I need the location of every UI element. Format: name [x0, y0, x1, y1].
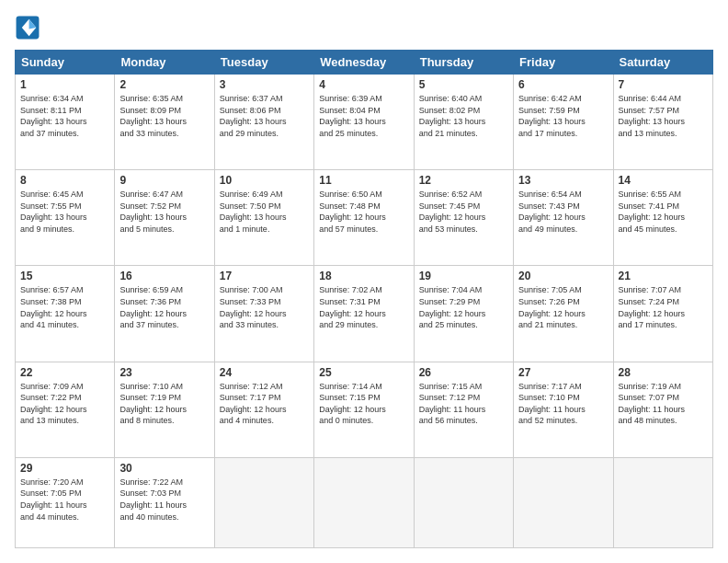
day-number: 24 [220, 366, 309, 379]
day-cell: 3Sunrise: 6:37 AM Sunset: 8:06 PM Daylig… [214, 75, 313, 170]
day-number: 29 [20, 462, 109, 475]
day-info: Sunrise: 7:07 AM Sunset: 7:24 PM Dayligh… [619, 284, 708, 330]
day-info: Sunrise: 6:52 AM Sunset: 7:45 PM Dayligh… [419, 189, 508, 235]
day-info: Sunrise: 6:49 AM Sunset: 7:50 PM Dayligh… [220, 189, 309, 235]
day-cell [414, 457, 513, 547]
day-number: 6 [518, 78, 608, 91]
day-info: Sunrise: 6:54 AM Sunset: 7:43 PM Dayligh… [518, 189, 608, 235]
day-info: Sunrise: 6:55 AM Sunset: 7:41 PM Dayligh… [619, 189, 708, 235]
week-row-2: 8Sunrise: 6:45 AM Sunset: 7:55 PM Daylig… [16, 170, 713, 266]
col-header-monday: Monday [115, 51, 214, 75]
day-info: Sunrise: 7:20 AM Sunset: 7:05 PM Dayligh… [20, 477, 109, 523]
day-number: 15 [20, 270, 109, 282]
day-cell: 10Sunrise: 6:49 AM Sunset: 7:50 PM Dayli… [214, 170, 313, 266]
day-number: 27 [518, 366, 608, 379]
col-header-tuesday: Tuesday [214, 51, 313, 75]
day-info: Sunrise: 6:57 AM Sunset: 7:38 PM Dayligh… [20, 284, 109, 330]
day-cell: 29Sunrise: 7:20 AM Sunset: 7:05 PM Dayli… [16, 457, 115, 547]
day-number: 18 [319, 270, 408, 282]
day-info: Sunrise: 6:35 AM Sunset: 8:09 PM Dayligh… [119, 93, 209, 139]
day-number: 1 [20, 78, 109, 91]
day-cell: 21Sunrise: 7:07 AM Sunset: 7:24 PM Dayli… [613, 266, 712, 362]
day-cell: 4Sunrise: 6:39 AM Sunset: 8:04 PM Daylig… [314, 75, 414, 170]
day-info: Sunrise: 7:17 AM Sunset: 7:10 PM Dayligh… [518, 381, 608, 427]
calendar-table: SundayMondayTuesdayWednesdayThursdayFrid… [15, 50, 713, 548]
day-info: Sunrise: 6:40 AM Sunset: 8:02 PM Dayligh… [419, 93, 508, 139]
logo [15, 15, 44, 40]
day-info: Sunrise: 7:19 AM Sunset: 7:07 PM Dayligh… [619, 381, 708, 427]
day-cell: 18Sunrise: 7:02 AM Sunset: 7:31 PM Dayli… [314, 266, 414, 362]
day-cell: 24Sunrise: 7:12 AM Sunset: 7:17 PM Dayli… [214, 362, 313, 457]
col-header-sunday: Sunday [16, 51, 115, 75]
day-cell: 16Sunrise: 6:59 AM Sunset: 7:36 PM Dayli… [115, 266, 214, 362]
logo-icon [15, 15, 40, 40]
day-cell [314, 457, 414, 547]
day-number: 3 [220, 78, 309, 91]
day-number: 25 [319, 366, 408, 379]
day-number: 12 [419, 174, 508, 187]
day-info: Sunrise: 6:37 AM Sunset: 8:06 PM Dayligh… [220, 93, 309, 139]
day-cell: 19Sunrise: 7:04 AM Sunset: 7:29 PM Dayli… [414, 266, 513, 362]
day-cell: 15Sunrise: 6:57 AM Sunset: 7:38 PM Dayli… [16, 266, 115, 362]
col-header-thursday: Thursday [414, 51, 513, 75]
day-info: Sunrise: 7:22 AM Sunset: 7:03 PM Dayligh… [119, 477, 209, 523]
day-info: Sunrise: 6:42 AM Sunset: 7:59 PM Dayligh… [518, 93, 608, 139]
day-cell: 12Sunrise: 6:52 AM Sunset: 7:45 PM Dayli… [414, 170, 513, 266]
week-row-5: 29Sunrise: 7:20 AM Sunset: 7:05 PM Dayli… [16, 457, 713, 547]
day-number: 11 [319, 174, 408, 187]
day-number: 10 [220, 174, 309, 187]
day-info: Sunrise: 6:47 AM Sunset: 7:52 PM Dayligh… [119, 189, 209, 235]
day-info: Sunrise: 7:14 AM Sunset: 7:15 PM Dayligh… [319, 381, 408, 427]
day-number: 21 [619, 270, 708, 282]
day-number: 4 [319, 78, 408, 91]
day-cell: 14Sunrise: 6:55 AM Sunset: 7:41 PM Dayli… [613, 170, 712, 266]
day-cell [514, 457, 613, 547]
day-cell: 26Sunrise: 7:15 AM Sunset: 7:12 PM Dayli… [414, 362, 513, 457]
day-info: Sunrise: 6:45 AM Sunset: 7:55 PM Dayligh… [20, 189, 109, 235]
day-cell: 17Sunrise: 7:00 AM Sunset: 7:33 PM Dayli… [214, 266, 313, 362]
day-cell: 20Sunrise: 7:05 AM Sunset: 7:26 PM Dayli… [514, 266, 613, 362]
day-cell [613, 457, 712, 547]
day-cell: 13Sunrise: 6:54 AM Sunset: 7:43 PM Dayli… [514, 170, 613, 266]
week-row-1: 1Sunrise: 6:34 AM Sunset: 8:11 PM Daylig… [16, 75, 713, 170]
day-cell: 2Sunrise: 6:35 AM Sunset: 8:09 PM Daylig… [115, 75, 214, 170]
day-cell: 9Sunrise: 6:47 AM Sunset: 7:52 PM Daylig… [115, 170, 214, 266]
day-cell: 30Sunrise: 7:22 AM Sunset: 7:03 PM Dayli… [115, 457, 214, 547]
day-cell: 6Sunrise: 6:42 AM Sunset: 7:59 PM Daylig… [514, 75, 613, 170]
day-info: Sunrise: 7:02 AM Sunset: 7:31 PM Dayligh… [319, 284, 408, 330]
day-number: 14 [619, 174, 708, 187]
day-number: 5 [419, 78, 508, 91]
day-info: Sunrise: 6:44 AM Sunset: 7:57 PM Dayligh… [619, 93, 708, 139]
day-number: 28 [619, 366, 708, 379]
day-info: Sunrise: 6:34 AM Sunset: 8:11 PM Dayligh… [20, 93, 109, 139]
day-number: 23 [119, 366, 209, 379]
day-cell: 25Sunrise: 7:14 AM Sunset: 7:15 PM Dayli… [314, 362, 414, 457]
day-number: 26 [419, 366, 508, 379]
page: SundayMondayTuesdayWednesdayThursdayFrid… [0, 0, 728, 563]
day-info: Sunrise: 7:15 AM Sunset: 7:12 PM Dayligh… [419, 381, 508, 427]
day-cell: 8Sunrise: 6:45 AM Sunset: 7:55 PM Daylig… [16, 170, 115, 266]
day-info: Sunrise: 6:59 AM Sunset: 7:36 PM Dayligh… [119, 284, 209, 330]
day-cell: 23Sunrise: 7:10 AM Sunset: 7:19 PM Dayli… [115, 362, 214, 457]
day-info: Sunrise: 6:50 AM Sunset: 7:48 PM Dayligh… [319, 189, 408, 235]
day-number: 22 [20, 366, 109, 379]
col-header-friday: Friday [514, 51, 613, 75]
day-number: 19 [419, 270, 508, 282]
header [15, 15, 713, 40]
day-cell: 27Sunrise: 7:17 AM Sunset: 7:10 PM Dayli… [514, 362, 613, 457]
week-row-3: 15Sunrise: 6:57 AM Sunset: 7:38 PM Dayli… [16, 266, 713, 362]
day-cell: 5Sunrise: 6:40 AM Sunset: 8:02 PM Daylig… [414, 75, 513, 170]
day-cell: 28Sunrise: 7:19 AM Sunset: 7:07 PM Dayli… [613, 362, 712, 457]
day-info: Sunrise: 7:05 AM Sunset: 7:26 PM Dayligh… [518, 284, 608, 330]
day-number: 20 [518, 270, 608, 282]
day-cell: 1Sunrise: 6:34 AM Sunset: 8:11 PM Daylig… [16, 75, 115, 170]
day-info: Sunrise: 7:04 AM Sunset: 7:29 PM Dayligh… [419, 284, 508, 330]
day-cell: 7Sunrise: 6:44 AM Sunset: 7:57 PM Daylig… [613, 75, 712, 170]
col-header-wednesday: Wednesday [314, 51, 414, 75]
week-row-4: 22Sunrise: 7:09 AM Sunset: 7:22 PM Dayli… [16, 362, 713, 457]
day-cell [214, 457, 313, 547]
day-number: 13 [518, 174, 608, 187]
day-number: 30 [119, 462, 209, 475]
col-header-saturday: Saturday [613, 51, 712, 75]
day-info: Sunrise: 7:12 AM Sunset: 7:17 PM Dayligh… [220, 381, 309, 427]
